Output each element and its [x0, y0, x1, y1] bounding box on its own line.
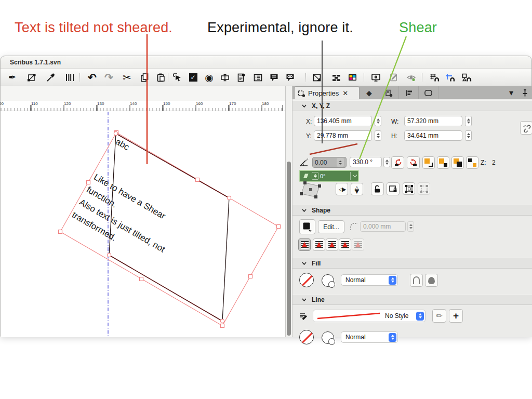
preview-mode-icon[interactable]	[370, 72, 382, 83]
lock-size-button[interactable]	[387, 182, 400, 195]
line-blend-mode-dropdown[interactable]: Normal	[341, 331, 398, 343]
y-position-stepper[interactable]	[375, 130, 381, 141]
rotation-field[interactable]: 330.0 °	[350, 157, 382, 167]
section-header-line[interactable]: Line	[292, 294, 532, 305]
raise-button[interactable]	[437, 156, 449, 169]
copy-icon[interactable]	[139, 72, 151, 83]
text-flow-bounding-button[interactable]	[326, 238, 338, 251]
old-shear-field[interactable]: 0.00	[312, 157, 347, 168]
old-shear-stepper[interactable]	[337, 158, 344, 167]
pdf-list-box-icon[interactable]	[252, 72, 264, 83]
tab-shape-corners[interactable]	[419, 86, 438, 99]
text-flow-frame-button[interactable]	[313, 238, 325, 251]
tab-text-alignment[interactable]	[399, 86, 419, 99]
snap-to-items-icon[interactable]	[460, 72, 472, 83]
ungroup-button[interactable]	[418, 182, 430, 195]
tab-close-icon[interactable]: ✕	[342, 89, 348, 97]
line-no-color-icon[interactable]	[299, 330, 314, 344]
pdf-checkbox-icon[interactable]: ✓	[187, 72, 199, 83]
title-bar[interactable]: Scribus 1.7.1.svn	[1, 56, 531, 69]
manage-colors-icon[interactable]	[347, 72, 358, 83]
width-stepper[interactable]	[465, 116, 472, 126]
fill-no-color-icon[interactable]	[299, 273, 314, 287]
text-flow-image-button[interactable]	[352, 238, 364, 251]
section-header-xyz[interactable]: X, Y, Z	[292, 100, 532, 111]
barcode-icon[interactable]	[64, 72, 76, 83]
text-flow-icon	[301, 241, 309, 249]
pdf-text-annotation-icon[interactable]	[268, 72, 280, 83]
document-canvas[interactable]: 00 110 120 130 140 150 160 170 180	[1, 86, 285, 337]
width-field[interactable]: 57.320 mm	[404, 116, 462, 126]
lock-object-button[interactable]	[371, 182, 384, 195]
height-field[interactable]: 34.641 mm	[404, 130, 462, 141]
fill-opacity-icon[interactable]	[322, 274, 334, 287]
pdf-radio-button-icon[interactable]: ◉	[203, 72, 215, 83]
eyedropper-icon[interactable]	[45, 72, 57, 83]
shape-edit-button[interactable]: Edit...	[318, 220, 344, 233]
corner-radius-icon	[349, 222, 358, 233]
text-flow-disabled-button[interactable]	[298, 238, 311, 251]
screenshot-stage: Text is tilted not sheared. Experimental…	[0, 0, 532, 399]
section-header-shape[interactable]: Shape	[292, 205, 532, 216]
line-style-dropdown[interactable]: No Style	[313, 310, 425, 322]
rotation-stepper[interactable]	[383, 157, 390, 167]
section-header-fill[interactable]: Fill	[292, 258, 532, 269]
rotate-ccw-icon	[393, 158, 403, 167]
raise-icon	[437, 157, 449, 168]
flip-vertical-button[interactable]: ◁▶	[351, 183, 363, 195]
tab-content-properties[interactable]	[379, 86, 399, 99]
insert-image-frame-icon[interactable]	[311, 72, 323, 83]
line-style-add-button[interactable]: +	[449, 309, 463, 323]
pdf-combo-box-icon[interactable]	[235, 72, 247, 83]
rotate-ccw-button[interactable]	[391, 156, 404, 169]
shear-control[interactable]: 0°	[299, 170, 359, 182]
tab-properties[interactable]: Properties ✕	[294, 86, 360, 99]
fill-mask-solid-button[interactable]	[425, 274, 438, 287]
fill-mask-open-button[interactable]	[410, 274, 423, 287]
fill-blend-mode-dropdown[interactable]: Normal	[341, 274, 398, 286]
x-position-field[interactable]: 136.405 mm	[314, 116, 372, 126]
cut-icon[interactable]: ✂	[121, 72, 133, 83]
height-stepper[interactable]	[465, 130, 472, 141]
tab-layers[interactable]: ◆	[360, 86, 379, 99]
undo-icon[interactable]: ↶	[86, 72, 98, 83]
shear-dropdown-chevron[interactable]	[350, 172, 356, 180]
edit-bezier-frame-icon[interactable]	[26, 72, 38, 83]
snap-to-grid-icon[interactable]	[428, 72, 440, 83]
broken-chain-icon	[522, 123, 531, 132]
x-position-stepper[interactable]	[375, 116, 381, 126]
pdf-link-annotation-icon[interactable]	[284, 72, 296, 83]
lower-button[interactable]	[451, 156, 464, 169]
lower-to-bottom-button[interactable]	[466, 156, 478, 169]
corner-radius-field[interactable]: 0.000 mm	[360, 221, 406, 232]
select-item-icon[interactable]	[171, 72, 183, 83]
x-label: X:	[306, 118, 312, 125]
corner-radius-stepper[interactable]	[407, 221, 414, 232]
line-style-edit-button[interactable]: ✏	[432, 309, 446, 323]
snap-to-guides-icon[interactable]	[444, 72, 456, 83]
measure-pen-icon[interactable]: ✒	[6, 72, 18, 83]
link-wh-button[interactable]	[520, 121, 532, 135]
panel-pin-icon[interactable]	[519, 86, 530, 99]
edit-contents-icon[interactable]	[388, 72, 400, 83]
shear-stepper[interactable]	[312, 172, 318, 180]
y-position-field[interactable]: 29.778 mm	[314, 130, 372, 141]
basepoint-selector[interactable]	[298, 181, 323, 201]
paste-icon[interactable]	[155, 72, 167, 83]
flip-horizontal-button[interactable]: ◁▶	[336, 183, 348, 195]
rotate-cw-icon	[409, 158, 418, 167]
pdf-text-field-icon[interactable]	[219, 72, 231, 83]
canvas-vertical-scrollbar[interactable]	[285, 86, 292, 337]
group-button[interactable]	[403, 182, 415, 195]
rotate-cw-button[interactable]	[407, 156, 420, 169]
redo-icon[interactable]: ↷	[103, 72, 115, 83]
visual-appearance-icon[interactable]	[405, 72, 417, 83]
raise-to-top-button[interactable]	[422, 156, 435, 169]
shape-selector-button[interactable]	[299, 219, 315, 234]
text-flow-contour-button[interactable]	[339, 238, 351, 251]
line-opacity-icon[interactable]	[322, 331, 334, 344]
scrollbar-handle[interactable]	[287, 162, 291, 336]
lower-to-bottom-icon	[467, 157, 478, 168]
insert-render-frame-icon[interactable]	[330, 72, 342, 83]
panel-overflow-icon[interactable]: ▾	[506, 86, 517, 99]
